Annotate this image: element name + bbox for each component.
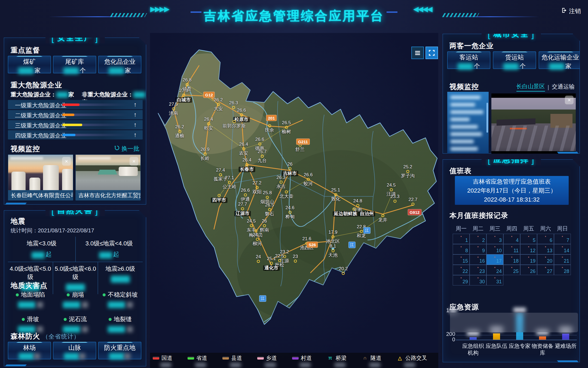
legend-item-桥梁[interactable]: π桥梁	[327, 354, 362, 367]
map-layers-button[interactable]	[411, 47, 424, 59]
close-icon[interactable]: ×	[565, 96, 574, 104]
map-station: 26.4长春市	[239, 157, 255, 172]
censored-unit	[79, 353, 85, 359]
calendar-empty-cell	[537, 275, 554, 285]
calendar-day[interactable]: 25	[503, 265, 520, 275]
road-swatch-icon	[188, 357, 194, 360]
place-label: 扶余	[265, 127, 274, 133]
calendar-day[interactable]: 27	[537, 265, 554, 275]
legend-item-乡道[interactable]: 乡道	[257, 354, 292, 367]
weekday-label: 周六	[537, 225, 554, 232]
close-icon[interactable]: ×	[62, 157, 71, 166]
temperature-label: 25.2	[401, 164, 415, 170]
corner-accent	[4, 364, 27, 368]
calendar-day[interactable]: 9	[470, 244, 486, 254]
calendar-day[interactable]: 1	[453, 234, 470, 244]
calendar-day[interactable]: 6	[537, 234, 554, 244]
place-label: 龙井	[378, 217, 387, 223]
calendar-day[interactable]: 16	[470, 254, 486, 265]
corner-accent	[557, 152, 580, 155]
day-number: 12	[530, 248, 535, 254]
place-label: 农安	[239, 151, 248, 156]
day-number: 11	[513, 248, 519, 254]
forest-subtitle: （全省统计）	[42, 333, 80, 340]
camera-list[interactable]	[447, 92, 489, 157]
calendar-day[interactable]: 23	[470, 265, 486, 275]
section-heading-forest: 森林防火 （全省统计）	[11, 331, 80, 341]
geology-value	[98, 302, 143, 308]
legend-item-村道[interactable]: 村道	[292, 354, 327, 367]
calendar-day[interactable]: 19	[520, 254, 537, 265]
calendar-day[interactable]: 30	[470, 275, 486, 285]
hazard-level-bar	[62, 124, 82, 126]
calendar-day[interactable]: 8	[453, 244, 470, 254]
calendar-day[interactable]: 5	[520, 234, 537, 244]
calendar-day[interactable]: 15	[453, 254, 470, 265]
map-station: 26.4农安	[239, 142, 248, 156]
map-station: 20.2	[339, 266, 348, 275]
geology-label: 崩塌	[72, 291, 84, 299]
fullscreen-button[interactable]	[425, 47, 438, 59]
tab-长白山景区[interactable]: 长白山景区	[516, 83, 545, 92]
road-badge-201: 201	[266, 115, 277, 121]
legend-label: 隧道	[370, 354, 381, 362]
day-number: 28	[564, 269, 569, 274]
calendar-day[interactable]: 26	[520, 265, 537, 275]
duty-dot-icon	[528, 267, 529, 268]
legend-item-县道[interactable]: 县道	[222, 354, 257, 367]
duty-dot-icon	[545, 267, 546, 268]
header: ▶▶▶▶ ◀◀◀◀ 吉林省应急管理综合应用平台 注销	[0, 0, 588, 33]
place-label: 通化市	[263, 265, 280, 271]
calendar-day[interactable]: 3	[486, 234, 503, 244]
calendar-day[interactable]: 13	[537, 244, 554, 254]
stat-value: 家	[8, 66, 51, 75]
calendar-day[interactable]: 29	[453, 275, 470, 285]
calendar-day[interactable]: 7	[554, 234, 571, 244]
station-marker-icon	[285, 126, 288, 129]
earthquake-cell: 地震≥6.0级	[98, 262, 143, 294]
hazard-level-bar	[62, 104, 79, 106]
place-label: 辽源市	[234, 211, 251, 216]
video-thumbnail[interactable]: × 吉林市吉化北方炬醒工贸责任...	[75, 154, 141, 200]
calendar-day[interactable]: 17	[486, 254, 503, 265]
calendar-day[interactable]: 10	[486, 244, 503, 254]
duty-dot-icon	[494, 257, 495, 258]
map-station: 26.2大安	[214, 97, 223, 112]
weekday-label: 周四	[503, 225, 520, 232]
refresh-batch-button[interactable]: 换一批	[114, 145, 139, 153]
map-station: 22.7	[408, 197, 417, 206]
legend-item-公路交叉[interactable]: △公路交叉	[397, 354, 431, 367]
legend-item-省道[interactable]: 省道	[188, 354, 222, 367]
calendar-day[interactable]: 24	[486, 265, 503, 275]
logout-button[interactable]: 注销	[561, 7, 581, 15]
province-map[interactable]: 26.8镇赉27.3白城市27.5洮南26.2通榆26.2大安26.4乾安26.…	[150, 33, 438, 368]
legend-label: 乡道	[266, 354, 277, 362]
calendar-day[interactable]: 14	[554, 244, 571, 254]
calendar-day[interactable]: 4	[503, 234, 520, 244]
video-thumbnail[interactable]: × 长春巨峰气体有限责任公司	[8, 154, 73, 200]
calendar-day[interactable]: 11	[503, 244, 520, 254]
scrollbar[interactable]	[486, 103, 488, 133]
legend-item-国道[interactable]: 国道	[153, 354, 188, 367]
calendar-day[interactable]: 12	[520, 244, 537, 254]
legend-item-隧道[interactable]: ∩隧道	[362, 354, 397, 367]
duty-dot-icon	[477, 257, 479, 258]
calendar-day[interactable]: 31	[486, 275, 503, 285]
geology-label: 滑坡	[27, 315, 39, 323]
calendar-day[interactable]: 21	[554, 254, 571, 265]
tab-交通运输[interactable]: 交通运输	[552, 83, 575, 91]
station-marker-icon	[250, 224, 253, 227]
close-icon[interactable]: ×	[130, 157, 138, 166]
censored-value	[32, 252, 45, 258]
video-player[interactable]: ×	[491, 93, 576, 156]
station-marker-icon	[246, 163, 249, 166]
calendar-day[interactable]: 20	[537, 254, 554, 265]
calendar-day[interactable]: 28	[554, 265, 571, 275]
geology-item: 地面塌陷	[8, 291, 53, 308]
station-marker-icon	[256, 238, 259, 241]
calendar-day[interactable]: 18	[503, 254, 520, 265]
station-marker-icon	[280, 181, 283, 184]
calendar-day[interactable]: 2	[470, 234, 486, 244]
station-marker-icon	[353, 208, 356, 211]
calendar-day[interactable]: 22	[453, 265, 470, 275]
